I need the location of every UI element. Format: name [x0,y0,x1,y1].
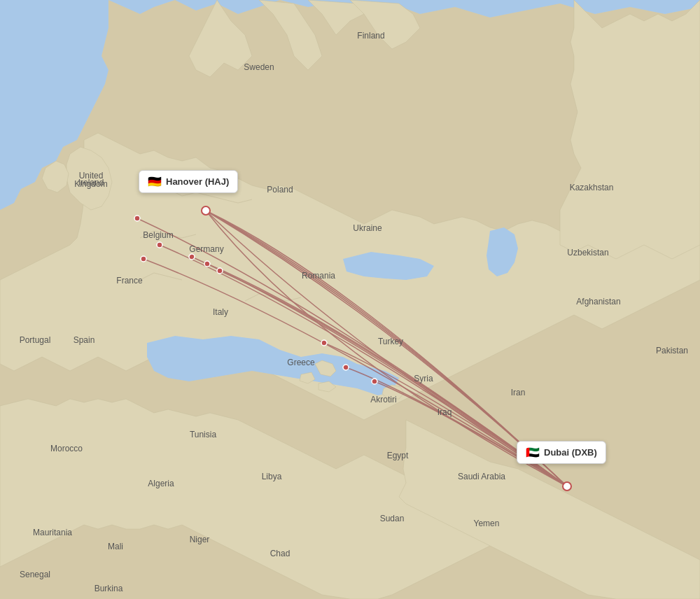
map-background [0,0,700,599]
map-container: Finland Sweden Ireland United Kingdom Be… [0,0,700,599]
